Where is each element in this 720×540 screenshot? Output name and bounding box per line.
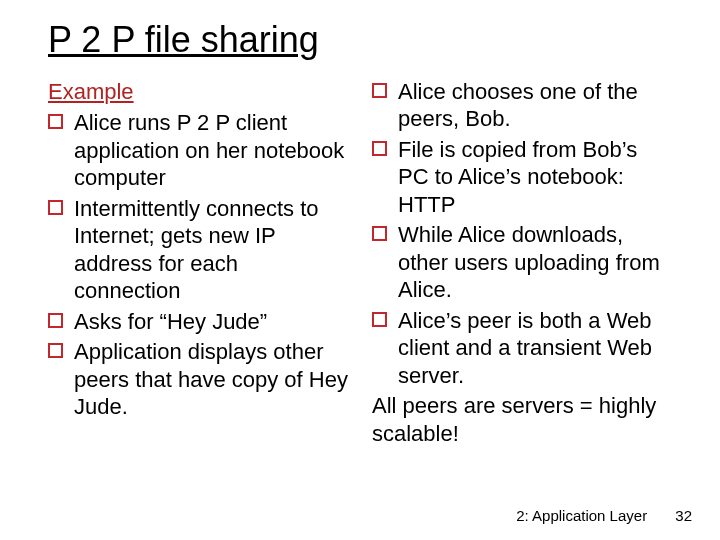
footer-page-number: 32 (675, 507, 692, 524)
bullet-box-icon (372, 226, 387, 241)
bullet-text: Intermittently connects to Internet; get… (74, 196, 319, 304)
slide-footer: 2: Application Layer 32 (516, 507, 692, 524)
list-item: Alice chooses one of the peers, Bob. (372, 78, 672, 133)
footer-chapter: 2: Application Layer (516, 507, 647, 524)
slide: P 2 P file sharing Example Alice runs P … (0, 0, 720, 540)
bullet-text: Application displays other peers that ha… (74, 339, 348, 419)
list-item: Intermittently connects to Internet; get… (48, 195, 348, 305)
bullet-text: File is copied from Bob’s PC to Alice’s … (398, 137, 637, 217)
list-item: Application displays other peers that ha… (48, 338, 348, 421)
bullet-box-icon (48, 114, 63, 129)
bullet-box-icon (48, 313, 63, 328)
list-item: File is copied from Bob’s PC to Alice’s … (372, 136, 672, 219)
bullet-text: Alice’s peer is both a Web client and a … (398, 308, 652, 388)
bullet-box-icon (372, 141, 387, 156)
right-column: Alice chooses one of the peers, Bob. Fil… (372, 78, 672, 448)
slide-title: P 2 P file sharing (48, 20, 672, 60)
bullet-box-icon (372, 83, 387, 98)
bullet-text: Alice runs P 2 P client application on h… (74, 110, 344, 190)
list-item: Asks for “Hey Jude” (48, 308, 348, 336)
list-item: Alice runs P 2 P client application on h… (48, 109, 348, 192)
bullet-box-icon (48, 200, 63, 215)
bullet-box-icon (372, 312, 387, 327)
left-column: Example Alice runs P 2 P client applicat… (48, 78, 348, 448)
list-item: Alice’s peer is both a Web client and a … (372, 307, 672, 390)
bullet-text: Asks for “Hey Jude” (74, 309, 267, 334)
bullet-box-icon (48, 343, 63, 358)
content-columns: Example Alice runs P 2 P client applicat… (48, 78, 672, 448)
closing-statement: All peers are servers = highly scalable! (372, 392, 672, 447)
example-subhead: Example (48, 78, 348, 106)
bullet-text: While Alice downloads, other users uploa… (398, 222, 660, 302)
bullet-text: Alice chooses one of the peers, Bob. (398, 79, 638, 132)
list-item: While Alice downloads, other users uploa… (372, 221, 672, 304)
